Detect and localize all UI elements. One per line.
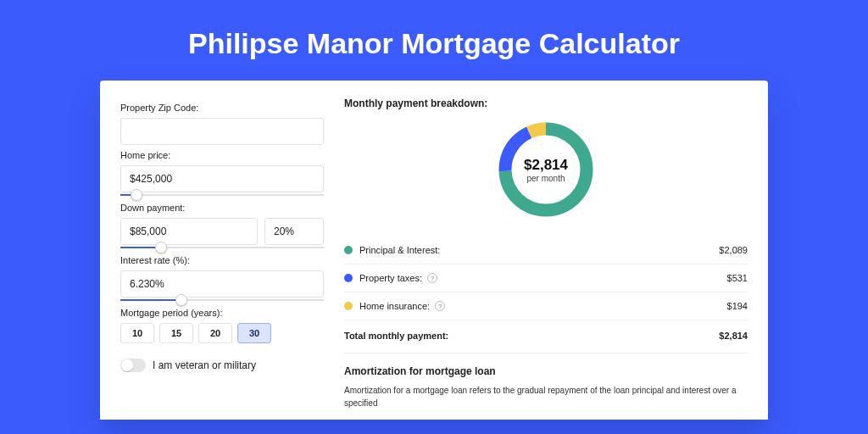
legend-dot-icon — [344, 302, 353, 310]
info-icon[interactable]: ? — [427, 273, 437, 283]
legend-row: Property taxes:?$531 — [344, 264, 748, 292]
legend-row: Principal & Interest:$2,089 — [344, 236, 748, 264]
amortization-text: Amortization for a mortgage loan refers … — [344, 384, 748, 409]
donut-chart: $2,814 per month — [344, 118, 748, 221]
page-title: Philipse Manor Mortgage Calculator — [0, 0, 868, 81]
legend-dot-icon — [344, 274, 353, 282]
legend-dot-icon — [344, 246, 353, 254]
home-price-label: Home price: — [120, 150, 324, 160]
breakdown-title: Monthly payment breakdown: — [344, 97, 748, 109]
donut-center-sub: per month — [526, 174, 565, 183]
donut-center-amount: $2,814 — [524, 157, 568, 174]
info-icon[interactable]: ? — [435, 301, 445, 311]
down-payment-pct-input[interactable] — [264, 218, 324, 245]
period-option-20[interactable]: 20 — [198, 323, 232, 343]
total-value: $2,814 — [719, 331, 748, 341]
legend-label: Principal & Interest: — [359, 245, 440, 255]
interest-rate-label: Interest rate (%): — [120, 255, 324, 265]
period-option-30[interactable]: 30 — [237, 323, 271, 343]
period-option-15[interactable]: 15 — [159, 323, 193, 343]
inputs-panel: Property Zip Code: Home price: Down paym… — [120, 97, 324, 420]
interest-rate-slider[interactable] — [120, 299, 324, 301]
period-option-10[interactable]: 10 — [120, 323, 154, 343]
legend-value: $194 — [727, 301, 748, 311]
legend-label: Property taxes: — [359, 273, 422, 283]
amortization-title: Amortization for mortgage loan — [344, 365, 748, 377]
home-price-slider[interactable] — [120, 194, 324, 196]
veteran-label: I am veteran or military — [153, 359, 256, 371]
down-payment-input[interactable] — [120, 218, 258, 245]
legend-value: $531 — [727, 273, 748, 283]
legend-row: Home insurance:?$194 — [344, 292, 748, 320]
veteran-toggle[interactable] — [120, 359, 146, 372]
calculator-card: Property Zip Code: Home price: Down paym… — [100, 81, 768, 420]
down-payment-label: Down payment: — [120, 203, 324, 213]
interest-rate-input[interactable] — [120, 270, 324, 298]
legend-value: $2,089 — [719, 245, 748, 255]
down-payment-slider[interactable] — [120, 247, 324, 248]
zip-label: Property Zip Code: — [120, 103, 324, 113]
mortgage-period-group: 10152030 — [120, 323, 324, 343]
breakdown-panel: Monthly payment breakdown: $2,814 per mo… — [344, 97, 748, 420]
home-price-input[interactable] — [120, 165, 324, 192]
mortgage-period-label: Mortgage period (years): — [120, 308, 324, 318]
zip-input[interactable] — [120, 118, 324, 145]
legend-label: Home insurance: — [359, 301, 430, 311]
amortization-section: Amortization for mortgage loan Amortizat… — [344, 353, 748, 409]
total-label: Total monthly payment: — [344, 331, 448, 341]
